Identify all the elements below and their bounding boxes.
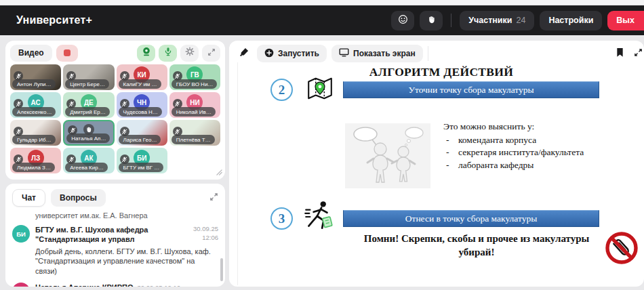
presentation-toolbar: Запустить Показать экран (229, 41, 644, 62)
mic-muted-icon (120, 127, 129, 136)
draw-tool-button[interactable] (236, 45, 252, 62)
video-tile[interactable]: БИБГТУ им ВГ … (117, 148, 167, 173)
chat-avatar: НА (12, 283, 30, 287)
participants-button[interactable]: Участники 24 (460, 11, 534, 30)
video-tile[interactable]: ДЕДмитрий Ер… (63, 92, 114, 118)
clarify-heading: Это можно выяснить у: (443, 121, 621, 133)
clarify-item: -секретаря института/факультета (443, 146, 621, 159)
step-3-number: 3 (270, 207, 293, 230)
resize-handle[interactable] (216, 166, 222, 178)
chat-message-body: БГТУ им. В.Г. Шухова кафедра "Стандартиз… (35, 225, 218, 276)
mic-muted-icon (173, 99, 182, 108)
participant-name-badge: Агеева Кир… (65, 163, 107, 172)
participant-video-grid: Антон Лупи…Центр Бере…КИКалиГУ им …ГВГБО… (10, 64, 220, 173)
tab-questions[interactable]: Вопросы (51, 189, 106, 207)
mic-muted-icon (14, 154, 23, 164)
chat-avatar: БИ (12, 225, 30, 243)
chat-sender-name: Наталья Апарина КРИРПО30.09.25 12:16 (35, 283, 180, 287)
chat-message[interactable]: НАНаталья Апарина КРИРПО30.09.25 12:16По… (12, 283, 218, 287)
clarify-item: -лаборанта кафедры (443, 159, 621, 171)
video-expand-button[interactable] (202, 45, 220, 62)
tab-chat[interactable]: Чат (12, 189, 45, 207)
mic-muted-icon (173, 127, 182, 136)
header-divider (451, 14, 451, 27)
share-screen-label: Показать экран (353, 49, 416, 58)
monitor-icon (339, 48, 349, 59)
chat-timestamp: 30.09.25 12:16 (138, 284, 180, 287)
exit-button[interactable]: Вых (607, 11, 644, 30)
video-controls-row: Видео (10, 44, 220, 62)
video-tile[interactable]: Антон Лупи… (10, 64, 61, 90)
video-tile[interactable]: Центр Бере… (63, 64, 114, 90)
mic-muted-icon (14, 71, 23, 81)
mic-muted-icon (120, 154, 129, 164)
clarify-block: Это можно выяснить у: -коменданта корпус… (443, 121, 621, 171)
video-tile[interactable]: АКАгеева Кир… (63, 148, 114, 173)
video-tile[interactable]: ГВГБОУ ВО Ни… (169, 64, 220, 90)
reactions-button[interactable] (391, 11, 414, 30)
microphone-icon (163, 47, 173, 59)
clarify-item-text: коменданта корпуса (458, 134, 536, 146)
toolbar-right (616, 47, 639, 60)
participants-count: 24 (516, 16, 525, 25)
reminder-text: Помни! Скрепки, скобы и прочее из макула… (352, 232, 601, 260)
bullet-dash: - (443, 134, 458, 146)
participant-name-badge: Наталья Ап… (66, 133, 110, 143)
mic-muted-icon (120, 99, 129, 108)
mic-muted-icon (173, 71, 182, 81)
exit-label: Вых (616, 16, 635, 25)
video-tile[interactable]: Лариса Гео… (117, 120, 167, 146)
launch-button[interactable]: Запустить (257, 45, 327, 62)
smiley-icon (398, 14, 408, 27)
participant-name-badge: КалиГУ им … (119, 79, 161, 89)
record-button[interactable] (56, 45, 78, 62)
plus-circle-icon (264, 48, 274, 60)
video-tile[interactable]: ЛЗЛюдмила З… (10, 148, 61, 173)
microphone-button[interactable] (159, 45, 177, 62)
chat-message-list: БИБГТУ им. В.Г. Шухова кафедра "Стандарт… (12, 225, 218, 287)
video-tile[interactable]: АСАлексеенко… (10, 92, 61, 118)
chat-message-header: БГТУ им. В.Г. Шухова кафедра "Стандартиз… (35, 225, 218, 245)
bullet-dash: - (443, 159, 458, 171)
clarify-item: -коменданта корпуса (443, 134, 621, 146)
camera-button[interactable] (137, 45, 155, 62)
presentation-panel: Запустить Показать экран АЛГОРИТМ ДЕЙСТВ… (229, 41, 644, 287)
video-tile[interactable]: ЧНЧудесова Н… (117, 92, 167, 118)
launch-label: Запустить (278, 49, 319, 58)
settings-label: Настройки (548, 16, 593, 25)
app-header: Университет+ Участники 24 Настройки Вых (0, 5, 644, 35)
expand-icon (207, 47, 216, 59)
participant-name-badge: Гульдар Иб… (12, 135, 56, 144)
app-title: Университет+ (16, 14, 92, 26)
video-tile[interactable]: Наталья Ап… (63, 120, 114, 146)
bullet-dash: - (443, 146, 458, 159)
chat-expand-button[interactable] (209, 192, 218, 204)
chat-scrollbar[interactable] (220, 258, 223, 281)
panel-expand-button[interactable] (634, 47, 643, 60)
video-tile[interactable]: НИНиколай Ив… (169, 92, 220, 118)
video-tile[interactable]: Гульдар Иб… (10, 120, 61, 146)
clarify-item-text: секретаря института/факультета (458, 146, 584, 159)
chat-timestamp: 30.09.2512:06 (188, 225, 218, 245)
video-settings-button[interactable] (180, 45, 199, 62)
participant-name-badge: Центр Бере… (65, 79, 109, 89)
video-label[interactable]: Видео (10, 45, 52, 62)
record-icon (64, 49, 71, 56)
video-tile[interactable]: Плетнёва Т… (169, 120, 220, 146)
chat-message-header: Наталья Апарина КРИРПО30.09.25 12:16 (35, 283, 218, 287)
settings-button[interactable]: Настройки (540, 11, 602, 30)
bookmark-button[interactable] (616, 47, 624, 60)
hand-icon (427, 14, 436, 26)
raise-hand-button[interactable] (420, 11, 443, 30)
map-pin-icon (306, 76, 334, 104)
chat-message-body: Наталья Апарина КРИРПО30.09.25 12:16Подн… (35, 283, 218, 287)
chat-message[interactable]: БИБГТУ им. В.Г. Шухова кафедра "Стандарт… (12, 225, 218, 276)
header-controls: Участники 24 Настройки Вых (391, 11, 644, 30)
share-screen-button[interactable]: Показать экран (331, 45, 423, 62)
step-2-banner: Уточни точку сбора макулатуры (343, 81, 599, 98)
webcam-icon (141, 46, 152, 60)
chat-message-text: Добрый день, коллеги. БГТУ им. В.Г. Шухо… (35, 247, 218, 277)
participant-name-badge: Людмила З… (12, 163, 55, 172)
video-tile[interactable]: КИКалиГУ им … (117, 64, 167, 90)
running-person-icon (303, 199, 336, 236)
